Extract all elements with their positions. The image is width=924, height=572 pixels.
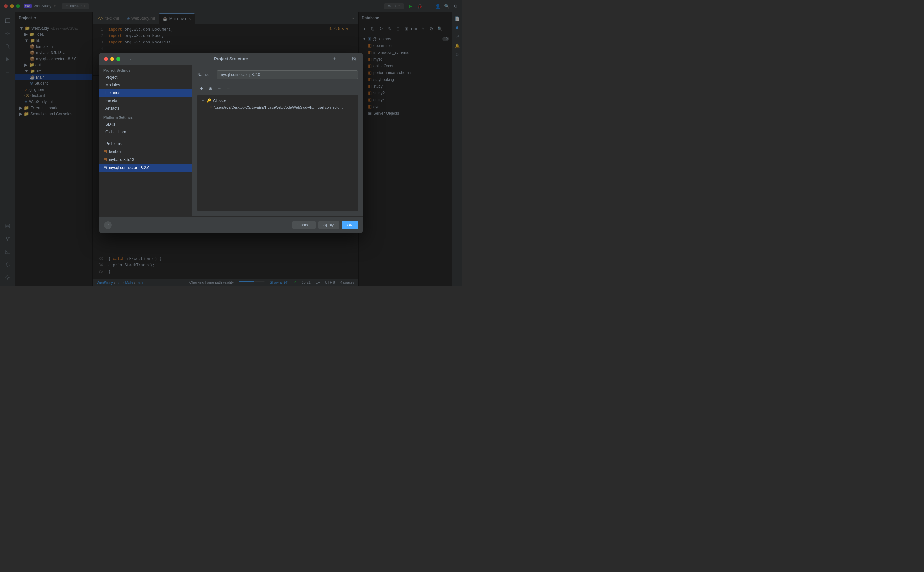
name-label: Name: (198, 73, 214, 77)
dialog-footer-left: ? (104, 221, 112, 229)
dialog-footer: ? Cancel Apply OK (99, 216, 363, 233)
lib-icon: ⊞ (103, 149, 107, 154)
platform-settings-header: Platform Settings (99, 112, 192, 120)
classes-path-item[interactable]: ✕ /Users/eve/Desktop/CS/JavaEE/1 JavaWeb… (200, 104, 355, 110)
dialog-back-button[interactable]: ← (128, 55, 135, 62)
dialog-forward-button[interactable]: → (138, 55, 145, 62)
dialog-add-button[interactable]: ＋ (331, 55, 339, 63)
chevron-down-icon: ▼ (201, 99, 205, 103)
dialog-nav-problems[interactable]: Problems (99, 140, 192, 148)
classes-tree-item[interactable]: ▼ 🔑 Classes (200, 97, 355, 104)
dialog-add-remove-buttons: ＋ − ⎘ (331, 55, 358, 63)
lib-item-mysql-connector[interactable]: ⊞ mysql-connector-j-8.2.0 (99, 163, 192, 172)
library-tree: ▼ 🔑 Classes ✕ /Users/eve/Desktop/CS/Java… (198, 95, 358, 211)
dialog-nav-sdks[interactable]: SDKs (99, 120, 192, 128)
dialog-left-panel: Project Settings Project Modules Librari… (99, 65, 192, 216)
path-icon: ✕ (209, 105, 212, 109)
lib-label: lombok (109, 149, 121, 154)
dialog-maximize-button[interactable] (116, 57, 120, 61)
dialog-overlay: ← → Project Structure ＋ − ⎘ Project Sett… (0, 0, 462, 286)
help-button[interactable]: ? (104, 221, 112, 229)
dialog-minimize-button[interactable] (110, 57, 114, 61)
dialog-traffic-lights[interactable] (104, 57, 120, 61)
disabled-button: − (224, 84, 232, 92)
dialog-close-button[interactable] (104, 57, 108, 61)
lib-item-lombok[interactable]: ⊞ lombok (99, 148, 192, 155)
lib-item-mybatis[interactable]: ⊞ mybatis-3.5.13 (99, 155, 192, 163)
name-input[interactable] (217, 70, 358, 79)
library-list: ⊞ lombok ⊞ mybatis-3.5.13 ⊞ mysql-connec… (99, 148, 192, 216)
apply-button[interactable]: Apply (318, 221, 339, 229)
dialog-remove-button[interactable]: − (341, 55, 348, 63)
project-settings-header: Project Settings (99, 65, 192, 73)
lib-icon: ⊞ (103, 157, 107, 162)
dialog-nav-artifacts[interactable]: Artifacts (99, 104, 192, 112)
cancel-button[interactable]: Cancel (292, 221, 316, 229)
dialog-nav-project[interactable]: Project (99, 73, 192, 81)
classes-icon: 🔑 (206, 98, 212, 103)
project-structure-dialog: ← → Project Structure ＋ − ⎘ Project Sett… (99, 53, 363, 233)
add-classes-button[interactable]: ＋ (198, 84, 205, 92)
dialog-titlebar: ← → Project Structure ＋ − ⎘ (99, 53, 363, 65)
classes-label: Classes (213, 99, 227, 103)
dialog-copy-button[interactable]: ⎘ (350, 55, 358, 63)
dialog-nav-global-libs[interactable]: Global Libra... (99, 128, 192, 136)
lib-icon: ⊞ (103, 165, 107, 170)
remove-classes-button[interactable]: − (216, 84, 223, 92)
library-name-field: Name: (198, 70, 358, 79)
dialog-right-panel: Name: ＋ ⊕ − − ▼ 🔑 Classes (192, 65, 363, 216)
dialog-nav-buttons: ← → (128, 55, 145, 62)
dialog-nav-libraries[interactable]: Libraries (99, 89, 192, 96)
lib-label: mybatis-3.5.13 (109, 157, 134, 162)
path-label: /Users/eve/Desktop/CS/JavaEE/1 JavaWeb/C… (214, 105, 344, 109)
dialog-nav-facets[interactable]: Facets (99, 96, 192, 104)
lib-label: mysql-connector-j-8.2.0 (109, 166, 149, 170)
dialog-nav-modules[interactable]: Modules (99, 81, 192, 89)
right-content-toolbar: ＋ ⊕ − − (198, 84, 358, 92)
dialog-title: Project Structure (214, 56, 248, 61)
add-source-button[interactable]: ⊕ (207, 84, 214, 92)
ok-button[interactable]: OK (342, 221, 358, 229)
dialog-body: Project Settings Project Modules Librari… (99, 65, 363, 216)
